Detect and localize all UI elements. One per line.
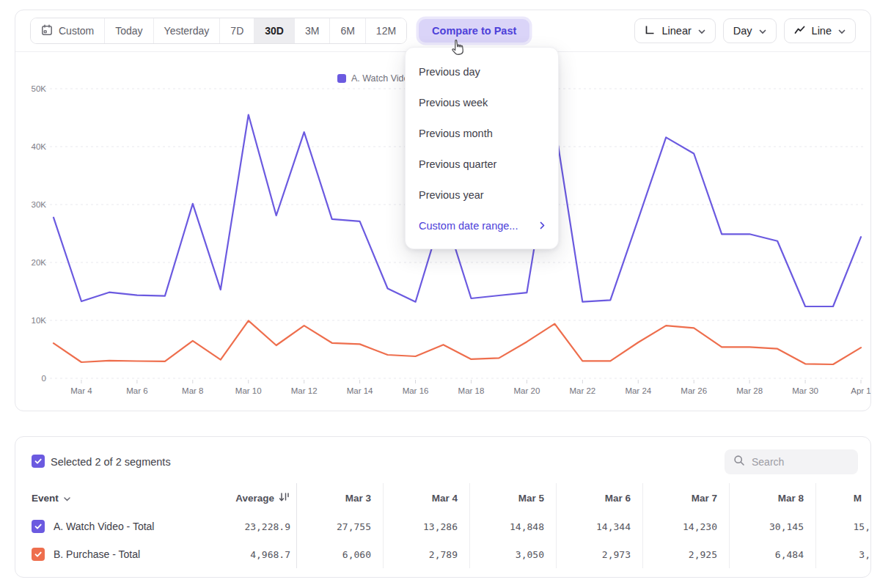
table-row: A. Watch Video - Total23,228.927,75513,2… — [15, 512, 871, 540]
axis-icon — [645, 25, 655, 37]
date-range-button-yesterday[interactable]: Yesterday — [153, 18, 220, 43]
value-cell: 27,755 — [296, 512, 383, 540]
calendar-icon — [41, 24, 53, 38]
column-header-mar-6[interactable]: Mar 6 — [556, 483, 642, 512]
x-axis-label: Mar 8 — [182, 386, 203, 395]
granularity-dropdown-label: Day — [733, 25, 752, 37]
y-axis-label: 30K — [32, 200, 47, 209]
menu-item-label: Custom date range... — [419, 220, 518, 232]
column-header-mar-8[interactable]: Mar 8 — [729, 483, 815, 512]
scale-dropdown-label: Linear — [661, 25, 691, 37]
menu-item-previous-month[interactable]: Previous month — [406, 118, 558, 149]
chevron-down-icon — [838, 25, 846, 37]
x-axis-label: Mar 10 — [235, 386, 262, 395]
search-icon — [733, 455, 745, 469]
date-range-button-6m[interactable]: 6M — [329, 18, 364, 43]
value-cell: 14,344 — [556, 512, 642, 540]
value-cell: 2,973 — [556, 540, 642, 568]
value-cell: 15, — [815, 512, 870, 540]
segments-panel: Selected 2 of 2 segments EventAverageMar… — [15, 436, 871, 578]
x-axis-label: Mar 30 — [792, 386, 818, 395]
segment-cell: A. Watch Video - Total — [15, 512, 213, 540]
y-axis-label: 40K — [32, 142, 47, 151]
value-cell: 6,484 — [729, 540, 815, 568]
scale-dropdown[interactable]: Linear — [634, 18, 715, 43]
menu-item-previous-day[interactable]: Previous day — [406, 56, 558, 87]
x-axis-label: Mar 6 — [126, 386, 147, 395]
select-all-checkbox[interactable] — [32, 455, 45, 468]
chevron-down-icon — [759, 25, 766, 37]
column-header-mar-4[interactable]: Mar 4 — [383, 483, 469, 512]
date-range-group: CustomTodayYesterday7D30D3M6M12M — [30, 18, 407, 44]
x-axis-label: Apr 1 — [851, 386, 871, 395]
menu-item-previous-year[interactable]: Previous year — [406, 180, 558, 210]
chart-toolbar: CustomTodayYesterday7D30D3M6M12M Compare… — [15, 10, 870, 52]
chevron-down-icon — [64, 493, 70, 504]
chart-type-dropdown-label: Line — [812, 25, 832, 37]
value-cell: 3, — [815, 540, 870, 568]
menu-item-custom-date-range[interactable]: Custom date range... — [406, 210, 558, 241]
segment-checkbox[interactable] — [32, 520, 45, 533]
y-axis-label: 10K — [32, 316, 47, 325]
column-header-label: Mar 8 — [778, 493, 804, 504]
x-axis-label: Mar 28 — [736, 386, 763, 395]
date-range-button-7d[interactable]: 7D — [219, 18, 254, 43]
value-cell: 2,789 — [383, 540, 469, 568]
column-header-label: Average — [235, 493, 274, 504]
column-header-mar-7[interactable]: Mar 7 — [642, 483, 729, 512]
x-axis-label: Mar 20 — [514, 386, 540, 395]
date-range-button-3m[interactable]: 3M — [294, 18, 329, 43]
column-header-label: Mar 5 — [518, 493, 544, 504]
x-axis-label: Mar 22 — [569, 386, 595, 395]
date-range-button-custom[interactable]: Custom — [31, 18, 104, 43]
value-cell: 6,060 — [296, 540, 383, 568]
segments-header: Selected 2 of 2 segments — [15, 437, 870, 483]
value-cell: 3,050 — [469, 540, 556, 568]
segment-checkbox[interactable] — [32, 548, 45, 561]
menu-item-previous-quarter[interactable]: Previous quarter — [406, 149, 558, 180]
chart-type-dropdown[interactable]: Line — [784, 18, 856, 43]
x-axis-label: Mar 18 — [458, 386, 485, 395]
date-range-button-today[interactable]: Today — [104, 18, 153, 43]
compare-to-past-button[interactable]: Compare to Past — [419, 19, 529, 43]
x-axis-label: Mar 14 — [347, 386, 373, 395]
checkmark-icon — [34, 522, 43, 531]
x-axis-label: Mar 26 — [681, 386, 707, 395]
date-range-button-label: Custom — [59, 25, 94, 37]
value-cell: 2,925 — [642, 540, 729, 568]
average-cell: 4,968.7 — [213, 540, 296, 568]
pointer-hand-cursor — [449, 37, 469, 62]
date-range-button-label: Yesterday — [164, 25, 210, 37]
value-cell: 13,286 — [383, 512, 469, 540]
line-chart-icon — [794, 25, 805, 37]
chart-controls: Linear Day Line — [634, 18, 856, 43]
date-range-button-label: Today — [115, 25, 142, 37]
search-box[interactable] — [725, 449, 858, 474]
checkmark-icon — [34, 550, 43, 559]
granularity-dropdown[interactable]: Day — [723, 18, 777, 43]
chevron-down-icon — [698, 25, 705, 37]
search-input[interactable] — [752, 456, 840, 468]
column-header-label: Mar 3 — [345, 493, 371, 504]
segment-label: A. Watch Video - Total — [54, 521, 154, 532]
date-range-button-label: 3M — [305, 25, 319, 37]
legend-swatch — [337, 74, 346, 83]
menu-item-previous-week[interactable]: Previous week — [406, 87, 558, 118]
column-header-mar-5[interactable]: Mar 5 — [469, 483, 556, 512]
date-range-button-12m[interactable]: 12M — [365, 18, 406, 43]
date-range-button-30d[interactable]: 30D — [254, 18, 294, 43]
y-axis-label: 50K — [32, 84, 47, 93]
date-range-button-label: 6M — [340, 25, 354, 37]
column-header-event[interactable]: Event — [15, 483, 213, 512]
table-row: B. Purchase - Total4,968.76,0602,7893,05… — [15, 540, 871, 568]
table-header-row: EventAverageMar 3Mar 4Mar 5Mar 6Mar 7Mar… — [15, 483, 871, 512]
segment-label: B. Purchase - Total — [54, 548, 140, 560]
column-header-m[interactable]: M — [815, 483, 870, 512]
value-cell: 14,230 — [642, 512, 729, 540]
series-line[interactable] — [54, 320, 861, 364]
column-header-mar-3[interactable]: Mar 3 — [296, 483, 383, 512]
x-axis-label: Mar 4 — [70, 386, 92, 395]
date-range-button-label: 30D — [265, 25, 284, 37]
average-cell: 23,228.9 — [213, 512, 296, 540]
column-header-average[interactable]: Average — [213, 483, 296, 512]
